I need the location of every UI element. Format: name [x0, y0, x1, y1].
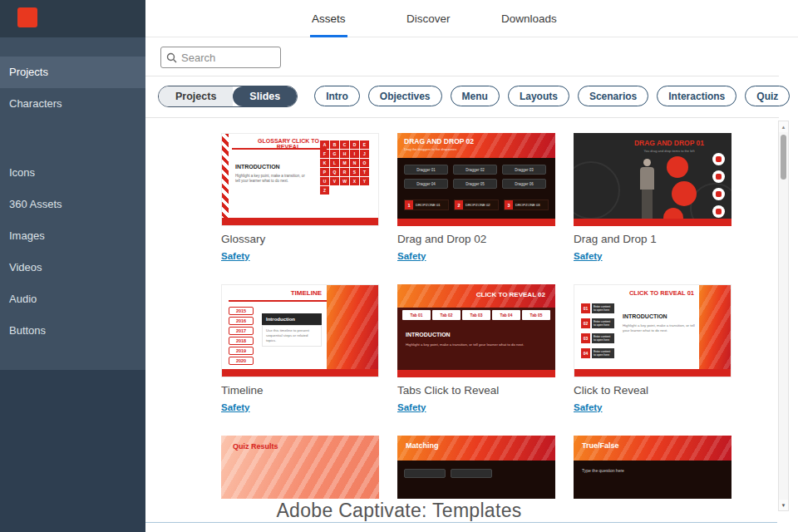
matching-buttons [404, 469, 492, 478]
search-box[interactable] [160, 47, 281, 68]
letter-tile: C [340, 140, 349, 149]
letter-tile: R [340, 168, 349, 176]
stripe-decoration [222, 134, 229, 225]
sidebar-item-audio[interactable]: Audio [0, 283, 145, 315]
search-input[interactable] [181, 52, 275, 64]
footer-bar [222, 218, 378, 225]
scroll-down-arrow-icon[interactable]: ▼ [779, 500, 788, 510]
sidebar-section-gap [0, 120, 145, 157]
red-target-circle [672, 181, 697, 206]
divider [145, 76, 779, 76]
dragger-button: Dragger 01 [404, 165, 448, 175]
reveal-item: 02Enter content to open here [581, 318, 614, 328]
template-thumbnail[interactable]: DRAG AND DROP 01 You drag and drop items… [574, 133, 732, 226]
footer-bar [574, 369, 731, 377]
scrollbar-thumb[interactable] [781, 135, 786, 180]
slide-intro: INTRODUCTION [623, 313, 667, 319]
tab-assets[interactable]: Assets [308, 0, 349, 37]
filter-chip-intro[interactable]: Intro [314, 86, 360, 106]
item-label: Enter content to open here [592, 318, 614, 328]
caption-band: Adobe Captivate: Templates [145, 499, 798, 532]
sidebar: Projects Characters Icons 360 Assets Ima… [0, 37, 145, 532]
divider [232, 148, 327, 150]
template-thumbnail[interactable]: CLICK TO REVEAL 01 01Enter content to op… [574, 284, 732, 377]
tab-buttons: Tab 01Tab 02Tab 03Tab 04Tab 05 [402, 310, 550, 320]
card-tag-link[interactable]: Safety [574, 251, 603, 261]
dropzone: DROPZONE 01 [404, 200, 449, 210]
projects-slides-toggle: Projects Slides [158, 86, 298, 107]
slide-body-text: Highlight a key point, make a transition… [623, 323, 696, 333]
slide-body-text: Highlight a key point, make a transition… [406, 342, 542, 347]
scroll-up-arrow-icon[interactable]: ▲ [779, 121, 788, 132]
scrollbar[interactable]: ▲ ▼ [778, 121, 789, 511]
side-band [327, 285, 378, 377]
footer-bar [574, 219, 732, 226]
toggle-projects[interactable]: Projects [159, 86, 233, 106]
letter-tile: F [320, 150, 329, 158]
sidebar-item-360-assets[interactable]: 360 Assets [0, 189, 145, 220]
letter-tile: H [340, 150, 349, 158]
person-figure [640, 167, 654, 190]
year-box: 2020 [229, 357, 254, 365]
item-label: Enter content to open here [592, 333, 614, 343]
toggle-slides[interactable]: Slides [233, 86, 297, 106]
letter-tile: J [360, 150, 369, 158]
card-tag-link[interactable]: Safety [574, 402, 603, 412]
circle-decoration [574, 161, 620, 219]
sidebar-item-videos[interactable]: Videos [0, 252, 145, 283]
item-icons-column [712, 153, 725, 218]
dragger-button: Dragger 05 [453, 179, 497, 189]
sidebar-item-icons[interactable]: Icons [0, 157, 145, 189]
year-box: 2016 [229, 317, 254, 325]
sidebar-item-characters[interactable]: Characters [0, 88, 145, 120]
filter-chip-quiz[interactable]: Quiz [745, 86, 790, 106]
template-thumbnail[interactable]: GLOSSARY CLICK TO REVEAL INTRODUCTION Hi… [221, 133, 379, 226]
dragger-button: Dragger 06 [502, 179, 546, 189]
item-number: 01 [581, 303, 590, 313]
card-tag-link[interactable]: Safety [397, 251, 426, 261]
footer-bar [222, 369, 378, 377]
card-tag-link[interactable]: Safety [221, 251, 250, 261]
card-title: Click to Reveal [574, 384, 732, 397]
slide-body-text: Use this timeline to present sequential … [262, 325, 322, 347]
filter-chip-menu[interactable]: Menu [451, 86, 500, 106]
tab-discover[interactable]: Discover [403, 0, 454, 37]
template-thumbnail[interactable]: TIMELINE 201520162017201820192020 Introd… [221, 284, 379, 377]
person-figure [643, 159, 651, 166]
template-thumbnail[interactable]: DRAG AND DROP 02 Drag the draggers to th… [397, 133, 555, 226]
divider [229, 300, 327, 302]
template-grid: GLOSSARY CLICK TO REVEAL INTRODUCTION Hi… [221, 133, 732, 529]
slide-subtext: Drag the draggers to the dropzones [404, 147, 456, 151]
tab-button: Tab 03 [462, 310, 490, 320]
filter-chip-objectives[interactable]: Objectives [368, 86, 442, 106]
sidebar-item-images[interactable]: Images [0, 220, 145, 252]
sidebar-item-buttons[interactable]: Buttons [0, 315, 145, 347]
item-number: 04 [581, 348, 590, 358]
slide-intro: Introduction [262, 313, 322, 325]
filter-chip-scenarios[interactable]: Scenarios [578, 86, 648, 106]
letter-tile: M [340, 159, 349, 167]
template-card-drag-and-drop-02: DRAG AND DROP 02 Drag the draggers to th… [397, 133, 555, 263]
person-figure [642, 190, 653, 219]
letter-tile: S [350, 168, 359, 176]
card-tag-link[interactable]: Safety [397, 402, 426, 412]
filter-row: Projects Slides Intro Objectives Menu La… [158, 85, 790, 107]
filter-chip-interactions[interactable]: Interactions [657, 86, 736, 106]
template-thumbnail[interactable]: CLICK TO REVEAL 02 Tab 01Tab 02Tab 03Tab… [397, 284, 555, 377]
slide-heading: CLICK TO REVEAL 01 [629, 289, 694, 297]
bottom-edge-line [145, 522, 777, 523]
template-card-timeline: TIMELINE 201520162017201820192020 Introd… [221, 284, 379, 414]
tab-button: Tab 02 [432, 310, 461, 320]
slide-heading: True/False [582, 441, 619, 450]
letter-tile: X [350, 177, 359, 185]
dropzone: DROPZONE 02 [454, 200, 499, 210]
letter-tile: P [320, 168, 329, 176]
letter-tile: K [320, 159, 329, 167]
slide-heading: Quiz Results [233, 442, 278, 451]
filter-chip-layouts[interactable]: Layouts [508, 86, 569, 106]
sidebar-lower-panel [0, 370, 145, 532]
tab-downloads[interactable]: Downloads [498, 0, 560, 37]
tab-button: Tab 01 [402, 310, 431, 320]
card-tag-link[interactable]: Safety [221, 402, 250, 412]
sidebar-item-projects[interactable]: Projects [0, 57, 145, 88]
